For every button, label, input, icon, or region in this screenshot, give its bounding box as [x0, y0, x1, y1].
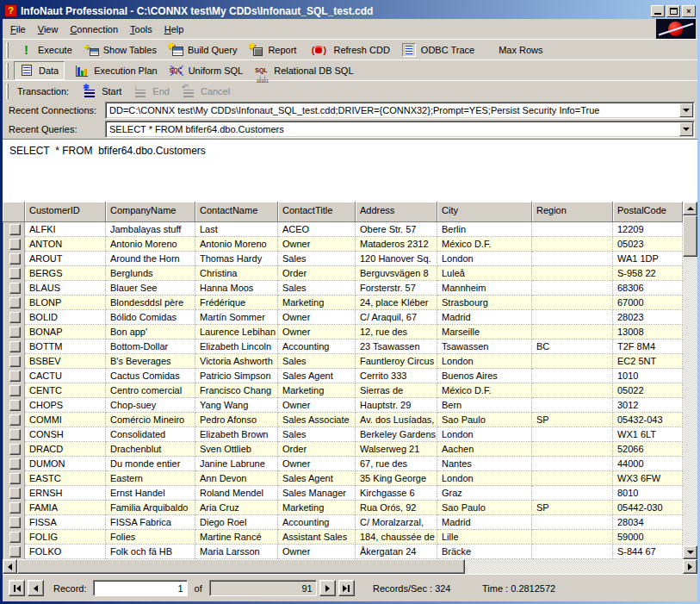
- grid-cell[interactable]: Lille: [437, 530, 532, 545]
- grid-cell[interactable]: T2F 8M4: [613, 339, 683, 354]
- row-selector-button[interactable]: [9, 488, 21, 499]
- grid-cell[interactable]: Luleå: [437, 266, 532, 281]
- grid-cell[interactable]: Folk och fä HB: [106, 545, 195, 559]
- grid-cell[interactable]: Patricio Simpson: [195, 369, 278, 383]
- grid-cell[interactable]: Cerrito 333: [356, 369, 437, 383]
- row-selector-button[interactable]: [9, 297, 21, 308]
- grid-column-header-city[interactable]: City: [437, 202, 532, 222]
- grid-cell[interactable]: 67, rue des: [356, 457, 437, 471]
- grid-cell[interactable]: Cactus Comidas: [106, 369, 195, 383]
- grid-cell[interactable]: Antonio Moreno: [195, 237, 278, 252]
- grid-cell[interactable]: 67000: [613, 296, 683, 310]
- grid-cell[interactable]: Consolidated: [106, 427, 195, 442]
- grid-cell[interactable]: [532, 354, 613, 369]
- sql-editor[interactable]: SELECT * FROM bfifer64.dbo.Customers: [3, 139, 697, 202]
- grid-cell[interactable]: Order: [278, 442, 356, 457]
- grid-cell[interactable]: Obere Str. 57: [356, 222, 437, 237]
- grid-cell[interactable]: 28023: [613, 310, 683, 325]
- row-selector-button[interactable]: [9, 224, 21, 235]
- grid-cell[interactable]: México D.F.: [437, 237, 532, 252]
- grid-cell[interactable]: BC: [532, 339, 613, 354]
- grid-cell[interactable]: 05432-043: [613, 413, 683, 427]
- row-selector-button[interactable]: [9, 473, 21, 484]
- grid-cell[interactable]: WA1 1DP: [613, 252, 683, 266]
- menu-help[interactable]: Help: [158, 22, 190, 37]
- grid-cell[interactable]: Marketing: [278, 501, 356, 515]
- grid-cell[interactable]: 13008: [613, 325, 683, 339]
- grid-cell[interactable]: Folies: [106, 530, 195, 545]
- grid-cell[interactable]: ALFKI: [25, 222, 106, 237]
- grid-cell[interactable]: Mannheim: [437, 281, 532, 296]
- data-tab-button[interactable]: Data: [14, 61, 65, 80]
- grid-cell[interactable]: Antonio Moreno: [106, 237, 195, 252]
- grid-cell[interactable]: BLAUS: [25, 281, 106, 296]
- grid-column-header-contacttitle[interactable]: ContactTitle: [278, 202, 356, 222]
- row-selector-button[interactable]: [9, 429, 21, 440]
- toolbar-gripper[interactable]: [6, 84, 9, 99]
- grid-cell[interactable]: Sales: [278, 354, 356, 369]
- grid-cell[interactable]: CENTC: [25, 383, 106, 398]
- scroll-right-button[interactable]: [683, 559, 697, 574]
- grid-column-header-contactname[interactable]: ContactName: [195, 202, 278, 222]
- grid-cell[interactable]: Jambalayas stuff: [106, 222, 195, 237]
- grid-cell[interactable]: [532, 442, 613, 457]
- grid-cell[interactable]: BOLID: [25, 310, 106, 325]
- grid-cell[interactable]: Frédérique: [195, 296, 278, 310]
- row-selector-button[interactable]: [9, 268, 21, 279]
- grid-cell[interactable]: ERNSH: [25, 486, 106, 501]
- grid-cell[interactable]: Assistant Sales: [278, 530, 356, 545]
- grid-cell[interactable]: Order: [278, 266, 356, 281]
- grid-cell[interactable]: FAMIA: [25, 501, 106, 515]
- grid-cell[interactable]: WX3 6FW: [613, 471, 683, 486]
- row-selector-button[interactable]: [9, 414, 21, 426]
- grid-cell[interactable]: FISSA Fabrica: [106, 515, 195, 530]
- grid-cell[interactable]: [532, 471, 613, 486]
- grid-cell[interactable]: Francisco Chang: [195, 383, 278, 398]
- grid-cell[interactable]: [532, 545, 613, 559]
- grid-cell[interactable]: 52066: [613, 442, 683, 457]
- close-button[interactable]: ×: [682, 5, 696, 17]
- grid-cell[interactable]: Du monde entier: [106, 457, 195, 471]
- grid-cell[interactable]: 59000: [613, 530, 683, 545]
- grid-cell[interactable]: México D.F.: [437, 383, 532, 398]
- grid-cell[interactable]: Walserweg 21: [356, 442, 437, 457]
- grid-cell[interactable]: Ann Devon: [195, 471, 278, 486]
- grid-cell[interactable]: Strasbourg: [437, 296, 532, 310]
- transaction-end-button[interactable]: ↓ End: [128, 82, 175, 101]
- grid-cell[interactable]: Av. dos Lusíadas,: [356, 413, 437, 427]
- grid-cell[interactable]: Victoria Ashworth: [195, 354, 278, 369]
- row-selector-button[interactable]: [9, 532, 21, 543]
- grid-cell[interactable]: Bottom-Dollar: [106, 339, 195, 354]
- row-selector-button[interactable]: [9, 444, 21, 455]
- grid-cell[interactable]: Berlin: [437, 222, 532, 237]
- grid-cell[interactable]: Sales Manager: [278, 486, 356, 501]
- grid-cell[interactable]: C/ Araquil, 67: [356, 310, 437, 325]
- grid-cell[interactable]: DRACD: [25, 442, 106, 457]
- grid-cell[interactable]: Bólido Comidas: [106, 310, 195, 325]
- row-selector-button[interactable]: [9, 502, 21, 514]
- uniform-sql-button[interactable]: ↘↙ SQL ↗↖ Uniform SQL: [164, 61, 249, 80]
- grid-cell[interactable]: Sales: [278, 427, 356, 442]
- scroll-down-button[interactable]: [683, 545, 697, 559]
- grid-cell[interactable]: Buenos Aires: [437, 369, 532, 383]
- grid-cell[interactable]: Madrid: [437, 515, 532, 530]
- execution-plan-button[interactable]: Execution Plan: [70, 61, 162, 80]
- scroll-left-button[interactable]: [3, 559, 17, 574]
- grid-cell[interactable]: Sales Agent: [278, 471, 356, 486]
- grid-cell[interactable]: DUMON: [25, 457, 106, 471]
- grid-cell[interactable]: Sao Paulo: [437, 501, 532, 515]
- grid-cell[interactable]: Drachenblut: [106, 442, 195, 457]
- grid-cell[interactable]: Madrid: [437, 310, 532, 325]
- grid-cell[interactable]: Berkeley Gardens: [356, 427, 437, 442]
- grid-cell[interactable]: [532, 325, 613, 339]
- recent-connections-dropdown-button[interactable]: [679, 103, 693, 117]
- grid-cell[interactable]: 05023: [613, 237, 683, 252]
- grid-cell[interactable]: [532, 515, 613, 530]
- next-record-button[interactable]: [319, 580, 336, 596]
- grid-cell[interactable]: Marketing: [278, 383, 356, 398]
- grid-cell[interactable]: Martín Sommer: [195, 310, 278, 325]
- menu-view[interactable]: View: [32, 22, 65, 37]
- max-rows-button[interactable]: Max Rows: [493, 40, 548, 59]
- grid-cell[interactable]: 44000: [613, 457, 683, 471]
- grid-cell[interactable]: Diego Roel: [195, 515, 278, 530]
